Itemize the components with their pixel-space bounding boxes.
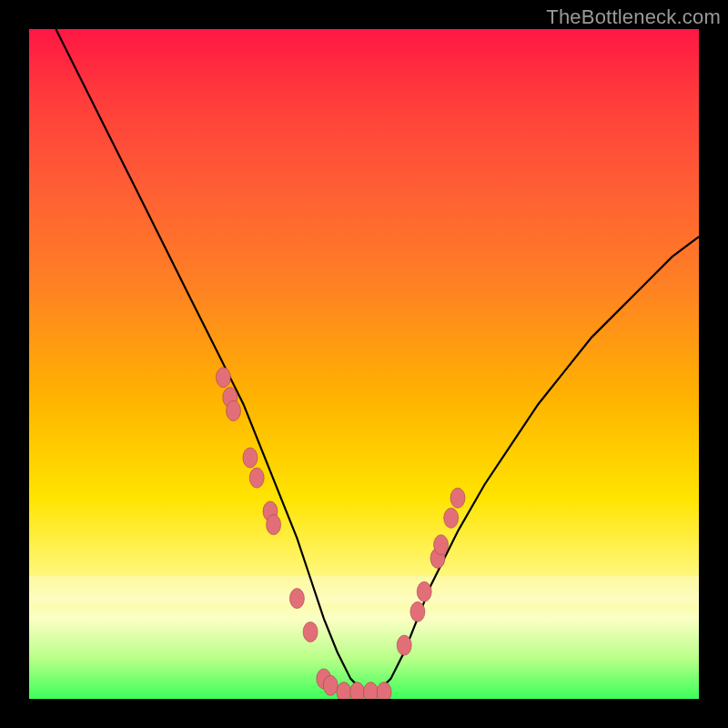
plot-area: [29, 29, 699, 699]
curve-marker: [337, 682, 351, 699]
curve-marker: [227, 401, 241, 421]
curve-marker: [289, 589, 304, 609]
curve-marker: [450, 488, 465, 508]
curve-marker: [243, 448, 258, 468]
chart-frame: TheBottleneck.com: [0, 0, 728, 728]
bottleneck-curve: [56, 29, 699, 693]
curve-marker: [303, 622, 318, 642]
curve-marker: [434, 535, 449, 555]
chart-svg: [29, 29, 699, 699]
curve-marker: [363, 682, 378, 699]
curve-marker: [350, 682, 365, 699]
curve-marker: [216, 368, 230, 388]
curve-marker: [267, 515, 281, 535]
curve-marker: [249, 468, 264, 488]
watermark-text: TheBottleneck.com: [546, 5, 721, 29]
curve-marker: [444, 508, 459, 528]
curve-marker: [410, 602, 425, 622]
curve-marker: [397, 635, 411, 655]
curve-marker: [323, 675, 338, 695]
curve-marker: [417, 581, 431, 602]
curve-markers: [216, 368, 465, 699]
curve-marker: [377, 682, 391, 699]
